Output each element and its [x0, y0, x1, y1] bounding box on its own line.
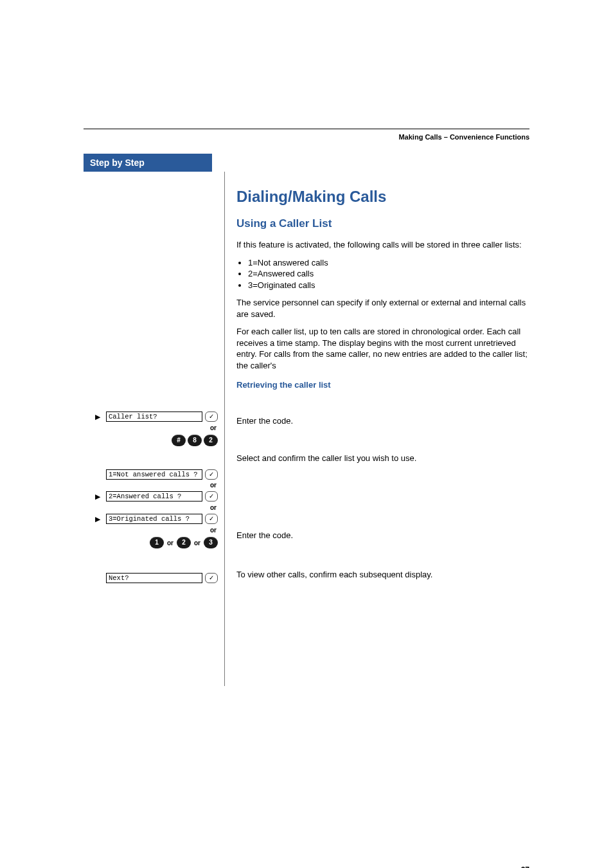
bullet-2: 2=Answered calls	[248, 268, 529, 280]
or-inline: or	[166, 539, 175, 547]
page-title: Dialing/Making Calls	[236, 188, 529, 206]
confirm-icon: ✓	[205, 491, 218, 502]
key-1: 1	[150, 537, 164, 548]
step-caller-list: ▶ Caller list? ✓	[84, 411, 218, 422]
confirm-icon: ✓	[205, 573, 218, 583]
to-view-text: To view other calls, confirm each subseq…	[236, 569, 529, 581]
or-label: or	[84, 503, 218, 513]
display-next: Next?	[106, 573, 202, 583]
confirm-icon: ✓	[205, 469, 218, 480]
step-originated: ▶ 3=Originated calls ? ✓	[84, 513, 218, 525]
key-hash: #	[172, 435, 186, 446]
confirm-icon: ✓	[205, 411, 218, 422]
step-answered: ▶ 2=Answered calls ? ✓	[84, 491, 218, 502]
intro-text: If this feature is activated, the follow…	[236, 239, 529, 251]
section-title: Using a Caller List	[236, 217, 529, 230]
bullet-1: 1=Not answered calls	[248, 257, 529, 269]
caller-list-bullets: 1=Not answered calls 2=Answered calls 3=…	[236, 257, 529, 291]
confirm-icon: ✓	[205, 514, 218, 524]
or-label: or	[84, 424, 218, 433]
sidebar-title: Step by Step	[84, 154, 212, 172]
content-column: Dialing/Making Calls Using a Caller List…	[225, 172, 529, 686]
step-next: Next? ✓	[84, 573, 218, 583]
select-confirm-text: Select and confirm the caller list you w…	[236, 453, 529, 464]
retrieve-heading: Retrieving the caller list	[236, 380, 529, 390]
step-not-answered: 1=Not answered calls ? ✓	[84, 469, 218, 480]
or-label: or	[84, 481, 218, 491]
scroll-right-icon: ▶	[92, 491, 103, 502]
or-label: or	[84, 526, 218, 536]
key-8: 8	[188, 435, 202, 446]
scroll-right-icon: ▶	[92, 513, 103, 525]
header-breadcrumb: Making Calls – Convenience Functions	[84, 133, 529, 141]
key-2b: 2	[177, 537, 191, 548]
enter-code-text-1: Enter the code.	[236, 415, 529, 427]
display-caller-list: Caller list?	[106, 411, 202, 422]
storage-text: For each caller list, up to ten calls ar…	[236, 326, 529, 371]
display-answered: 2=Answered calls ?	[106, 491, 202, 502]
key-3: 3	[204, 537, 218, 548]
scroll-right-icon: ▶	[92, 411, 103, 422]
or-inline: or	[193, 539, 202, 547]
keypad-select-row: 1 or 2 or 3	[84, 537, 218, 548]
keypad-code-row: # 8 2	[84, 435, 218, 446]
step-column: ▶ Caller list? ✓ or # 8 2 1=Not answered…	[84, 172, 225, 686]
display-not-answered: 1=Not answered calls ?	[106, 469, 202, 480]
key-2: 2	[204, 435, 218, 446]
service-text: The service personnel can specify if onl…	[236, 297, 529, 320]
page-number: 37	[521, 865, 529, 868]
bullet-3: 3=Originated calls	[248, 280, 529, 291]
display-originated: 3=Originated calls ?	[106, 514, 202, 524]
enter-code-text-2: Enter the code.	[236, 530, 529, 541]
